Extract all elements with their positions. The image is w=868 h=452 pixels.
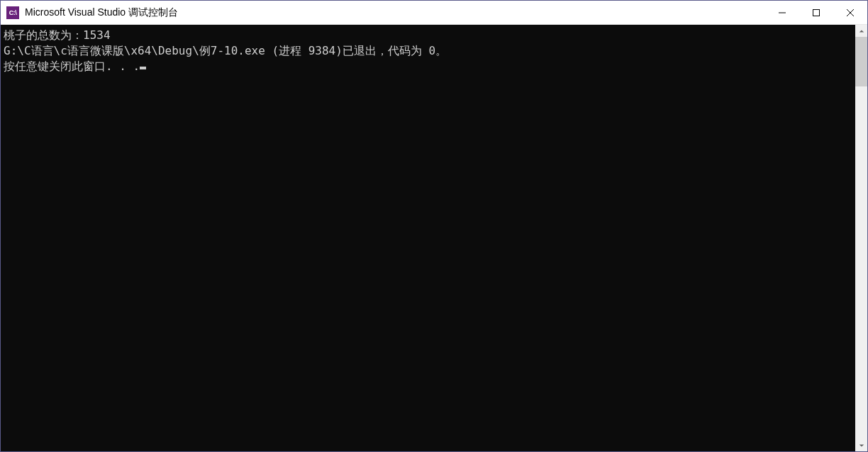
console-output[interactable]: 桃子的总数为：1534G:\C语言\c语言微课版\x64\Debug\例7-10… [1,25,855,451]
maximize-icon [813,9,820,16]
vertical-scrollbar[interactable] [855,25,867,451]
scroll-thumb[interactable] [855,37,867,86]
console-window: C:\ Microsoft Visual Studio 调试控制台 桃子的总数为… [0,0,868,452]
output-line: 按任意键关闭此窗口. . . [4,59,855,74]
scroll-up-button[interactable] [855,25,867,37]
maximize-button[interactable] [799,1,833,24]
titlebar[interactable]: C:\ Microsoft Visual Studio 调试控制台 [1,1,867,25]
cursor [140,67,146,69]
minimize-button[interactable] [765,1,799,24]
window-title: Microsoft Visual Studio 调试控制台 [25,6,765,19]
scroll-down-button[interactable] [855,439,867,451]
svg-rect-1 [813,9,820,16]
close-icon [847,9,854,16]
output-line: 桃子的总数为：1534 [4,28,855,43]
app-icon: C:\ [6,6,19,19]
close-button[interactable] [833,1,867,24]
console-body: 桃子的总数为：1534G:\C语言\c语言微课版\x64\Debug\例7-10… [1,25,867,451]
scroll-track[interactable] [855,37,867,439]
output-line: G:\C语言\c语言微课版\x64\Debug\例7-10.exe (进程 93… [4,43,855,59]
minimize-icon [779,9,786,16]
chevron-up-icon [859,28,864,34]
window-controls [765,1,867,24]
chevron-down-icon [859,443,864,448]
